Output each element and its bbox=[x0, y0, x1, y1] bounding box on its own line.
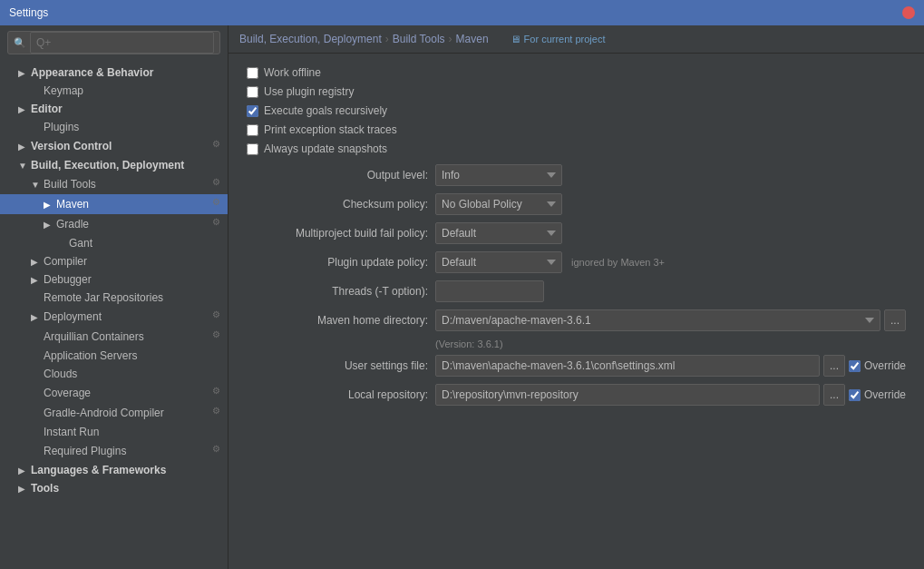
gear-icon: ⚙ bbox=[206, 177, 220, 191]
sidebar-item-plugins[interactable]: Plugins bbox=[0, 118, 228, 136]
sidebar: 🔍 ▶ Appearance & Behavior Keymap ▶ Edito… bbox=[0, 25, 229, 569]
print-stack-checkbox[interactable] bbox=[247, 124, 258, 136]
arrow-icon: ▶ bbox=[18, 104, 31, 114]
maven-settings-panel: Work offline Use plugin registry Execute… bbox=[229, 54, 924, 569]
sidebar-item-build-execution[interactable]: ▼ Build, Execution, Deployment bbox=[0, 156, 228, 174]
threads-row: Threads (-T option): bbox=[247, 280, 906, 302]
arrow-icon: ▶ bbox=[44, 200, 56, 210]
print-stack-row: Print exception stack traces bbox=[247, 123, 906, 136]
sidebar-item-label: Keymap bbox=[44, 84, 220, 97]
use-plugin-registry-checkbox[interactable] bbox=[247, 86, 258, 98]
work-offline-checkbox[interactable] bbox=[247, 67, 258, 79]
breadcrumb-sep1: › bbox=[385, 33, 389, 45]
sidebar-item-gradle[interactable]: ▶ Gradle ⚙ bbox=[0, 214, 228, 234]
breadcrumb-part3: Maven bbox=[456, 33, 489, 45]
execute-goals-label: Execute goals recursively bbox=[264, 104, 387, 117]
main-content: 🔍 ▶ Appearance & Behavior Keymap ▶ Edito… bbox=[0, 25, 924, 569]
gear-icon: ⚙ bbox=[206, 217, 220, 231]
breadcrumb-project: 🖥 For current project bbox=[511, 34, 606, 44]
sidebar-item-arquillian[interactable]: Arquillian Containers ⚙ bbox=[0, 327, 228, 347]
nav-tree: ▶ Appearance & Behavior Keymap ▶ Editor … bbox=[0, 60, 228, 569]
version-note: (Version: 3.6.1) bbox=[247, 338, 906, 349]
sidebar-item-debugger[interactable]: ▶ Debugger bbox=[0, 270, 228, 289]
output-level-select[interactable]: Info Debug Warn Error bbox=[435, 164, 562, 186]
gear-icon: ⚙ bbox=[206, 197, 220, 211]
sidebar-item-tools[interactable]: ▶ Tools bbox=[0, 479, 228, 497]
user-settings-browse-button[interactable]: ... bbox=[823, 355, 845, 377]
sidebar-item-label: Maven bbox=[56, 198, 206, 211]
sidebar-item-label: Application Servers bbox=[44, 349, 220, 362]
sidebar-item-keymap[interactable]: Keymap bbox=[0, 82, 228, 100]
print-stack-label: Print exception stack traces bbox=[264, 123, 397, 136]
maven-home-control: D:/maven/apache-maven-3.6.1 ... bbox=[435, 309, 906, 331]
arrow-icon: ▶ bbox=[18, 68, 31, 78]
arrow-icon: ▶ bbox=[18, 142, 31, 152]
close-button[interactable] bbox=[902, 6, 915, 19]
arrow-icon: ▶ bbox=[18, 466, 31, 476]
sidebar-item-version-control[interactable]: ▶ Version Control ⚙ bbox=[0, 136, 228, 156]
arrow-icon: ▶ bbox=[44, 220, 56, 230]
sidebar-item-required-plugins[interactable]: Required Plugins ⚙ bbox=[0, 441, 228, 461]
breadcrumb-sep2: › bbox=[449, 33, 452, 45]
sidebar-item-compiler[interactable]: ▶ Compiler bbox=[0, 252, 228, 270]
override-text2: Override bbox=[864, 388, 906, 401]
user-settings-control: ... Override bbox=[435, 355, 906, 377]
checksum-policy-select[interactable]: No Global Policy Ignore Warn Fail bbox=[435, 193, 562, 215]
always-update-checkbox[interactable] bbox=[247, 143, 258, 155]
sidebar-item-label: Instant Run bbox=[44, 426, 220, 438]
sidebar-item-gradle-android[interactable]: Gradle-Android Compiler ⚙ bbox=[0, 403, 228, 423]
sidebar-item-app-servers[interactable]: Application Servers bbox=[0, 347, 228, 365]
multiproject-fail-row: Multiproject build fail policy: Default … bbox=[247, 222, 906, 244]
threads-input[interactable] bbox=[435, 280, 544, 302]
multiproject-fail-select[interactable]: Default Never After Suite After Method A… bbox=[435, 222, 562, 244]
sidebar-item-maven[interactable]: ▶ Maven ⚙ bbox=[0, 194, 228, 214]
local-repo-input[interactable] bbox=[435, 384, 820, 406]
sidebar-item-remote-jar[interactable]: Remote Jar Repositories bbox=[0, 289, 228, 307]
sidebar-item-build-tools[interactable]: ▼ Build Tools ⚙ bbox=[0, 174, 228, 194]
sidebar-item-label: Required Plugins bbox=[44, 445, 206, 457]
sidebar-item-languages[interactable]: ▶ Languages & Frameworks bbox=[0, 461, 228, 479]
plugin-update-select[interactable]: Default Always Never bbox=[435, 251, 562, 273]
sidebar-item-deployment[interactable]: ▶ Deployment ⚙ bbox=[0, 307, 228, 327]
output-level-row: Output level: Info Debug Warn Error bbox=[247, 164, 906, 186]
maven-home-label: Maven home directory: bbox=[247, 314, 428, 327]
sidebar-item-editor[interactable]: ▶ Editor bbox=[0, 100, 228, 118]
user-settings-input[interactable] bbox=[435, 355, 820, 377]
use-plugin-registry-row: Use plugin registry bbox=[247, 85, 906, 98]
plugin-update-hint: ignored by Maven 3+ bbox=[571, 257, 665, 268]
plugin-update-row: Plugin update policy: Default Always Nev… bbox=[247, 251, 906, 273]
gear-icon: ⚙ bbox=[206, 329, 220, 344]
project-icon: 🖥 bbox=[511, 34, 520, 44]
checksum-policy-label: Checksum policy: bbox=[247, 198, 428, 211]
sidebar-item-coverage[interactable]: Coverage ⚙ bbox=[0, 383, 228, 403]
work-offline-label: Work offline bbox=[264, 66, 321, 79]
local-repo-override-checkbox[interactable] bbox=[849, 389, 861, 401]
sidebar-item-instant-run[interactable]: Instant Run bbox=[0, 423, 228, 441]
plugin-update-label: Plugin update policy: bbox=[247, 256, 428, 269]
local-repo-label: Local repository: bbox=[247, 388, 428, 401]
threads-label: Threads (-T option): bbox=[247, 285, 428, 298]
maven-home-browse-button[interactable]: ... bbox=[884, 309, 906, 331]
sidebar-item-appearance[interactable]: ▶ Appearance & Behavior bbox=[0, 64, 228, 82]
arrow-icon: ▼ bbox=[31, 180, 44, 190]
gear-icon: ⚙ bbox=[206, 139, 220, 153]
title-bar: Settings bbox=[0, 0, 924, 25]
sidebar-item-label: Gradle-Android Compiler bbox=[44, 407, 206, 419]
search-box[interactable]: 🔍 bbox=[7, 31, 220, 54]
content-area: Build, Execution, Deployment › Build Too… bbox=[229, 25, 924, 569]
gear-icon: ⚙ bbox=[206, 309, 220, 324]
sidebar-item-label: Gradle bbox=[56, 218, 206, 231]
user-settings-override-checkbox[interactable] bbox=[849, 360, 861, 372]
sidebar-item-gant[interactable]: Gant bbox=[0, 234, 228, 252]
search-input[interactable] bbox=[30, 32, 214, 54]
execute-goals-checkbox[interactable] bbox=[247, 105, 258, 117]
sidebar-item-label: Editor bbox=[31, 103, 220, 115]
gear-icon: ⚙ bbox=[206, 386, 220, 400]
sidebar-item-label: Tools bbox=[31, 482, 220, 495]
local-repo-browse-button[interactable]: ... bbox=[823, 384, 845, 406]
breadcrumb: Build, Execution, Deployment › Build Too… bbox=[229, 25, 924, 54]
multiproject-fail-label: Multiproject build fail policy: bbox=[247, 227, 428, 240]
sidebar-item-clouds[interactable]: Clouds bbox=[0, 365, 228, 383]
maven-home-select[interactable]: D:/maven/apache-maven-3.6.1 bbox=[435, 309, 880, 331]
gear-icon: ⚙ bbox=[206, 406, 220, 420]
